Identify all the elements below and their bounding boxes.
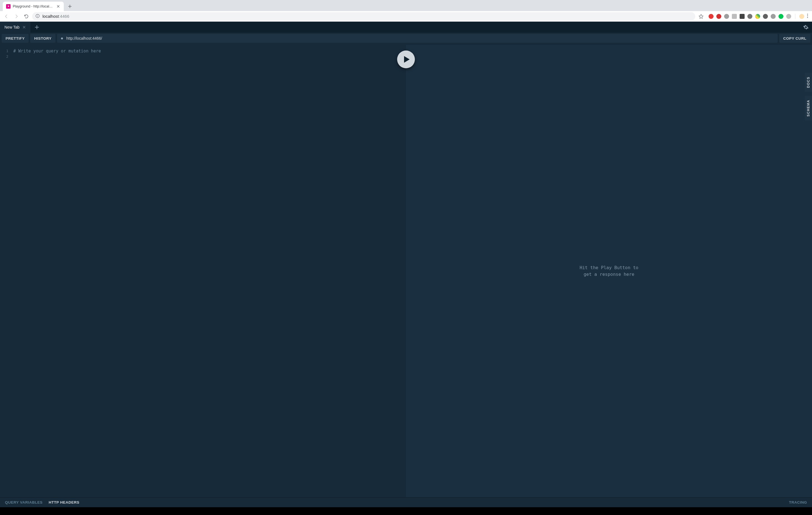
line-gutter: 1 2 — [0, 45, 11, 497]
divider — [795, 14, 795, 19]
code-line — [13, 54, 404, 59]
line-number: 1 — [0, 48, 11, 54]
http-headers-tab[interactable]: HTTP Headers — [49, 500, 80, 505]
close-icon[interactable] — [22, 25, 26, 29]
chrome-menu-icon[interactable] — [807, 13, 808, 19]
site-info-icon[interactable] — [35, 14, 40, 19]
query-editor[interactable]: 1 2 # Write your query or mutation here — [0, 45, 406, 497]
history-button[interactable]: History — [30, 34, 55, 43]
extension-icon[interactable] — [778, 14, 783, 19]
endpoint-url: http://localhost:4466/ — [66, 36, 102, 40]
svg-point-4 — [807, 15, 808, 16]
add-tab-button[interactable] — [31, 22, 43, 33]
svg-point-5 — [807, 17, 808, 18]
endpoint-input[interactable]: http://localhost:4466/ — [57, 34, 778, 43]
playground-tab-label: New Tab — [4, 25, 20, 29]
extension-icon[interactable] — [740, 14, 745, 19]
extension-icon[interactable] — [732, 14, 737, 19]
extension-icon[interactable] — [708, 14, 714, 19]
reload-button[interactable] — [22, 12, 30, 21]
action-bar: Prettify History http://localhost:4466/ … — [2, 34, 810, 43]
playground-tab[interactable]: New Tab — [0, 22, 31, 33]
code-line: # Write your query or mutation here — [13, 48, 404, 54]
bottom-black-bar — [0, 507, 812, 515]
browser-tab-title: Playground - http://localhost:4 — [13, 4, 54, 8]
code-area[interactable]: # Write your query or mutation here — [11, 45, 406, 497]
execute-button[interactable] — [397, 51, 415, 68]
prettify-button[interactable]: Prettify — [2, 34, 29, 43]
close-icon[interactable] — [56, 4, 60, 8]
status-indicator-icon — [61, 37, 63, 39]
result-pane: Hit the Play Button to get a response he… — [406, 45, 812, 497]
extension-icon[interactable] — [724, 14, 729, 19]
graphql-playground: New Tab Prettify History http://localhos… — [0, 22, 812, 507]
svg-point-2 — [37, 15, 38, 15]
browser-chrome: Playground - http://localhost:4 localhos… — [0, 0, 812, 22]
extension-icon[interactable] — [786, 14, 791, 19]
bottom-bar: Query Variables HTTP Headers Tracing — [0, 497, 812, 507]
browser-toolbar: localhost:4466 — [0, 11, 812, 22]
docs-tab[interactable]: DOCS — [805, 73, 812, 92]
favicon-icon — [6, 4, 10, 8]
forward-button — [12, 12, 21, 21]
svg-point-3 — [807, 13, 808, 15]
playground-tabs: New Tab — [0, 22, 812, 33]
result-placeholder: Hit the Play Button to get a response he… — [580, 265, 638, 278]
query-variables-tab[interactable]: Query Variables — [5, 500, 43, 505]
extension-icon[interactable] — [747, 14, 752, 19]
url-text: localhost:4466 — [42, 14, 69, 19]
workspace: 1 2 # Write your query or mutation here … — [0, 45, 812, 497]
extension-icon[interactable] — [763, 14, 768, 19]
extension-icons — [707, 13, 810, 19]
profile-avatar-icon[interactable] — [799, 14, 804, 19]
extension-icon[interactable] — [755, 14, 760, 19]
address-bar[interactable]: localhost:4466 — [32, 12, 695, 21]
copy-curl-button[interactable]: Copy CURL — [779, 34, 810, 43]
settings-button[interactable] — [800, 22, 812, 33]
line-number: 2 — [0, 54, 11, 59]
extension-icon[interactable] — [771, 14, 776, 19]
new-browser-tab-button[interactable] — [66, 2, 74, 10]
extension-icon[interactable] — [716, 14, 721, 19]
back-button[interactable] — [2, 12, 10, 21]
tracing-tab[interactable]: Tracing — [789, 500, 807, 505]
browser-tab[interactable]: Playground - http://localhost:4 — [3, 2, 64, 11]
side-tab-group: DOCS SCHEMA — [805, 73, 812, 120]
bookmark-star-icon[interactable] — [697, 12, 705, 21]
schema-tab[interactable]: SCHEMA — [805, 96, 812, 120]
browser-tab-strip: Playground - http://localhost:4 — [0, 0, 812, 11]
